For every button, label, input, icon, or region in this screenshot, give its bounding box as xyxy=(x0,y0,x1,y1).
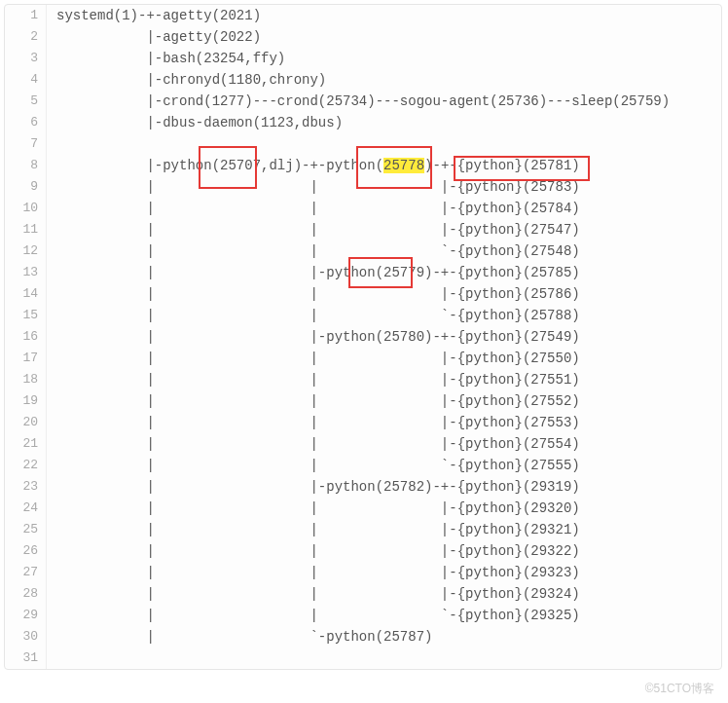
code-line: 1systemd(1)-+-agetty(2021) xyxy=(5,5,702,26)
watermark: ©51CTO博客 xyxy=(645,681,714,697)
code-line: 5 |-crond(1277)---crond(25734)---sogou-a… xyxy=(5,91,702,112)
line-number: 28 xyxy=(5,583,47,605)
code-line-container: 1systemd(1)-+-agetty(2021)2 |-agetty(202… xyxy=(5,5,702,669)
line-number: 25 xyxy=(5,519,47,540)
line-content: | |-python(25779)-+-{python}(25785) xyxy=(47,262,580,283)
line-number: 31 xyxy=(5,648,47,669)
code-line: 26 | | |-{python}(29322) xyxy=(5,540,702,562)
line-content: | | |-{python}(25783) xyxy=(47,176,580,198)
line-number: 29 xyxy=(5,605,47,626)
line-content: | | `-{python}(25788) xyxy=(47,305,580,326)
line-content: | | |-{python}(27547) xyxy=(47,219,580,240)
line-content: | | |-{python}(25786) xyxy=(47,283,580,305)
line-content: | | |-{python}(27554) xyxy=(47,433,580,455)
line-content: | | |-{python}(29321) xyxy=(47,519,580,540)
code-line: 17 | | |-{python}(27550) xyxy=(5,348,702,369)
line-content: | | `-{python}(29325) xyxy=(47,605,580,626)
code-line: 10 | | |-{python}(25784) xyxy=(5,198,702,219)
line-number: 30 xyxy=(5,626,47,648)
code-line: 15 | | `-{python}(25788) xyxy=(5,305,702,326)
line-content: | | |-{python}(27552) xyxy=(47,390,580,412)
line-number: 18 xyxy=(5,369,47,390)
code-line: 21 | | |-{python}(27554) xyxy=(5,433,702,455)
code-line: 24 | | |-{python}(29320) xyxy=(5,498,702,519)
line-number: 7 xyxy=(5,133,47,155)
code-line: 11 | | |-{python}(27547) xyxy=(5,219,702,240)
line-content: | | |-{python}(25784) xyxy=(47,198,580,219)
line-content: | | |-{python}(29324) xyxy=(47,583,580,605)
code-line: 2 |-agetty(2022) xyxy=(5,26,702,48)
line-content: |-chronyd(1180,chrony) xyxy=(47,69,326,91)
line-number: 24 xyxy=(5,498,47,519)
line-number: 19 xyxy=(5,390,47,412)
line-content: systemd(1)-+-agetty(2021) xyxy=(47,5,261,26)
line-number: 10 xyxy=(5,198,47,219)
line-number: 12 xyxy=(5,240,47,262)
line-content: | | |-{python}(29320) xyxy=(47,498,580,519)
line-content: | | `-{python}(27548) xyxy=(47,240,580,262)
code-line: 30 | `-python(25787) xyxy=(5,626,702,648)
code-panel: 1systemd(1)-+-agetty(2021)2 |-agetty(202… xyxy=(4,4,722,670)
code-line: 18 | | |-{python}(27551) xyxy=(5,369,702,390)
code-line: 19 | | |-{python}(27552) xyxy=(5,390,702,412)
line-content: | | |-{python}(27550) xyxy=(47,348,580,369)
line-number: 8 xyxy=(5,155,47,176)
line-content: | | |-{python}(29322) xyxy=(47,540,580,562)
code-line: 29 | | `-{python}(29325) xyxy=(5,605,702,626)
code-line: 23 | |-python(25782)-+-{python}(29319) xyxy=(5,476,702,498)
line-number: 13 xyxy=(5,262,47,283)
code-line: 4 |-chronyd(1180,chrony) xyxy=(5,69,702,91)
code-line: 9 | | |-{python}(25783) xyxy=(5,176,702,198)
code-line: 31 xyxy=(5,648,702,669)
code-line: 27 | | |-{python}(29323) xyxy=(5,562,702,583)
line-content: | | |-{python}(29323) xyxy=(47,562,580,583)
line-number: 1 xyxy=(5,5,47,26)
line-number: 21 xyxy=(5,433,47,455)
code-line: 6 |-dbus-daemon(1123,dbus) xyxy=(5,112,702,133)
line-number: 2 xyxy=(5,26,47,48)
line-content: |-crond(1277)---crond(25734)---sogou-age… xyxy=(47,91,670,112)
line-content: | `-python(25787) xyxy=(47,626,432,648)
line-number: 14 xyxy=(5,283,47,305)
code-line: 7 xyxy=(5,133,702,155)
code-line: 14 | | |-{python}(25786) xyxy=(5,283,702,305)
line-number: 3 xyxy=(5,48,47,69)
line-content: |-dbus-daemon(1123,dbus) xyxy=(47,112,343,133)
line-content: |-agetty(2022) xyxy=(47,26,261,48)
line-content: | | |-{python}(27553) xyxy=(47,412,580,433)
line-content: | | `-{python}(27555) xyxy=(47,455,580,476)
line-number: 15 xyxy=(5,305,47,326)
line-content: |-python(25707,dlj)-+-python(25778)-+-{p… xyxy=(47,155,580,176)
code-line: 12 | | `-{python}(27548) xyxy=(5,240,702,262)
line-number: 22 xyxy=(5,455,47,476)
line-content: |-bash(23254,ffy) xyxy=(47,48,285,69)
line-content: | |-python(25782)-+-{python}(29319) xyxy=(47,476,580,498)
line-number: 9 xyxy=(5,176,47,198)
code-line: 13 | |-python(25779)-+-{python}(25785) xyxy=(5,262,702,283)
code-line: 20 | | |-{python}(27553) xyxy=(5,412,702,433)
highlight-span: 25778 xyxy=(383,158,424,173)
line-number: 26 xyxy=(5,540,47,562)
code-line: 25 | | |-{python}(29321) xyxy=(5,519,702,540)
code-line: 22 | | `-{python}(27555) xyxy=(5,455,702,476)
line-number: 27 xyxy=(5,562,47,583)
line-content: | |-python(25780)-+-{python}(27549) xyxy=(47,326,580,348)
line-number: 5 xyxy=(5,91,47,112)
line-content: | | |-{python}(27551) xyxy=(47,369,580,390)
code-line: 16 | |-python(25780)-+-{python}(27549) xyxy=(5,326,702,348)
line-number: 20 xyxy=(5,412,47,433)
line-number: 4 xyxy=(5,69,47,91)
line-number: 16 xyxy=(5,326,47,348)
line-number: 11 xyxy=(5,219,47,240)
line-number: 23 xyxy=(5,476,47,498)
code-line: 28 | | |-{python}(29324) xyxy=(5,583,702,605)
code-line: 3 |-bash(23254,ffy) xyxy=(5,48,702,69)
line-number: 17 xyxy=(5,348,47,369)
code-line: 8 |-python(25707,dlj)-+-python(25778)-+-… xyxy=(5,155,702,176)
line-number: 6 xyxy=(5,112,47,133)
